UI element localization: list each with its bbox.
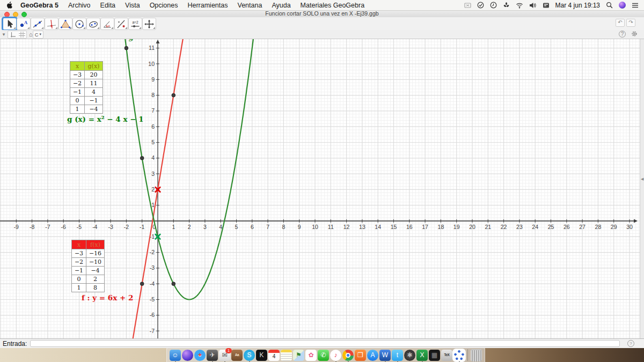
tool-reflect[interactable]	[114, 18, 128, 30]
algebra-input-field[interactable]	[30, 340, 620, 347]
tool-line[interactable]	[31, 18, 45, 30]
dock-icon-texmaker[interactable]: TeX	[441, 350, 452, 361]
facetime-glyph: ✆	[320, 352, 326, 358]
tool-perpendicular-line[interactable]	[45, 18, 58, 30]
menu-item-archivo[interactable]: Archivo	[63, 0, 96, 10]
point-capturing-dropdown[interactable]: C ▾	[33, 31, 43, 38]
desktop-background: ☺✦✈✉1AaSK4⚑✿✆♪❐AWt✱X▦TeX	[0, 348, 644, 362]
g-value-table[interactable]: xg(x)−320−211−140−11−4	[70, 61, 103, 114]
svg-text:9: 9	[298, 224, 301, 230]
dock-icon-calendar[interactable]: 4	[268, 350, 280, 361]
wifi-icon[interactable]	[516, 2, 523, 9]
tool-slider[interactable]: a=2	[128, 18, 142, 30]
capture-label: C	[35, 32, 39, 38]
screen-mirroring-icon[interactable]	[464, 2, 471, 9]
menu-item-ventana[interactable]: Ventana	[232, 0, 267, 10]
dock-icon-black-device[interactable]: ▦	[429, 350, 440, 361]
tool-point[interactable]: A	[17, 18, 31, 30]
dock-icon-word[interactable]: W	[379, 350, 391, 361]
dock-icon-steering-wheel[interactable]: ✱	[404, 350, 415, 361]
menu-item-herramientas[interactable]: Herramientas	[182, 0, 232, 10]
graph-point[interactable]	[172, 282, 175, 286]
table-row: −2−10	[72, 258, 105, 267]
menu-item-geogebra-5[interactable]: GeoGebra 5	[16, 0, 63, 10]
svg-text:15: 15	[391, 224, 397, 230]
dock-icon-trash[interactable]	[471, 349, 482, 361]
dock-icon-books[interactable]: ❐	[355, 350, 366, 361]
undo-button[interactable]: ↶	[616, 19, 625, 27]
graph-point[interactable]	[140, 282, 144, 286]
svg-text:11: 11	[149, 45, 155, 51]
menu-item-materiales-geogebra[interactable]: Materiales GeoGebra	[296, 0, 370, 10]
dock-icon-mail[interactable]: ✉1	[219, 350, 230, 361]
menu-item-ayuda[interactable]: Ayuda	[267, 0, 295, 10]
home-icon[interactable]: ⌂	[29, 31, 33, 38]
help-icon[interactable]: ?	[619, 31, 626, 38]
tool-polygon[interactable]	[58, 18, 72, 30]
graph-point[interactable]	[125, 46, 128, 50]
menu-items: GeoGebra 5ArchivoEditaVistaOpcionesHerra…	[0, 0, 369, 10]
word-glyph: W	[382, 352, 388, 358]
dock-icon-twitter[interactable]: t	[392, 350, 403, 361]
menu-item-edita[interactable]: Edita	[96, 0, 121, 10]
table-row: −320	[70, 71, 103, 79]
graphics-view[interactable]: -9-8-7-6-5-4-3-2-11234567891011121314151…	[0, 39, 644, 338]
menu-item-vista[interactable]: Vista	[120, 0, 145, 10]
dock-icon-maps[interactable]: ⚑	[293, 350, 304, 361]
dock-icon-app-store[interactable]: A	[367, 350, 378, 361]
clock-icon[interactable]	[490, 2, 497, 9]
maps-glyph: ⚑	[296, 352, 302, 358]
dock-icon-facetime[interactable]: ✆	[318, 350, 329, 361]
dock-icon-launchpad-rocket[interactable]: ✈	[207, 350, 218, 361]
input-source-icon[interactable]	[543, 2, 550, 9]
dock-icon-notes[interactable]	[281, 350, 292, 361]
tool-angle[interactable]: α	[100, 18, 114, 30]
siri-icon[interactable]	[619, 2, 626, 9]
dock-icon-dictionary[interactable]: Aa	[231, 350, 243, 361]
axes-toggle-icon[interactable]	[8, 31, 17, 38]
redo-button[interactable]: ↷	[626, 19, 635, 27]
graph-point[interactable]	[172, 93, 175, 97]
f-value-table[interactable]: xf(x)−3−16−2−10−1−40218	[71, 240, 105, 292]
input-help-icon[interactable]: ?	[627, 340, 634, 347]
volume-icon[interactable]	[529, 2, 537, 9]
panel-expand-arrow-icon[interactable]: ◀	[641, 177, 643, 181]
dock-icon-excel[interactable]: X	[416, 350, 428, 361]
grid-toggle-icon[interactable]	[17, 31, 26, 38]
spotlight-icon[interactable]	[606, 2, 613, 9]
dock-icon-skype[interactable]: S	[244, 350, 255, 361]
dock-icon-geogebra[interactable]	[453, 350, 465, 361]
dock: ☺✦✈✉1AaSK4⚑✿✆♪❐AWt✱X▦TeX	[166, 348, 485, 362]
tool-move-graphics-view[interactable]	[142, 18, 156, 30]
settings-gear-icon[interactable]	[631, 31, 638, 38]
table-cell: −2	[72, 258, 86, 267]
tool-move[interactable]	[3, 18, 17, 30]
table-header-cell: g(x)	[85, 62, 103, 71]
svg-text:11: 11	[328, 224, 334, 230]
dock-icon-siri[interactable]	[182, 350, 193, 361]
collapsed-panel-strip[interactable]: ◀	[640, 39, 644, 338]
dock-icon-safari[interactable]: ✦	[194, 350, 206, 361]
g-formula-text[interactable]: g (x) = x² − 4 x − 1	[67, 115, 144, 123]
tool-conic[interactable]	[86, 18, 100, 30]
menu-clock[interactable]: Mar 4 jun 19:13	[555, 2, 600, 9]
notification-center-icon[interactable]	[632, 2, 639, 9]
tool-circle-center-point[interactable]	[72, 18, 86, 30]
app-store-glyph: A	[370, 352, 375, 358]
stylebar-dropdown-icon[interactable]: ▾	[0, 32, 8, 37]
notes-lines	[281, 352, 292, 361]
dock-icon-finder[interactable]: ☺	[170, 350, 181, 361]
check-circle-icon[interactable]	[477, 2, 484, 9]
graph-point[interactable]	[140, 156, 144, 160]
fan-icon[interactable]	[503, 2, 510, 9]
dock-icon-photos[interactable]: ✿	[305, 350, 317, 361]
dock-separator	[467, 349, 468, 361]
f-formula-text[interactable]: f : y = 6x + 2	[82, 293, 133, 302]
apple-icon[interactable]	[0, 2, 16, 9]
svg-text:α: α	[108, 23, 110, 27]
dock-icon-itunes-music[interactable]: ♪	[330, 350, 341, 361]
svg-text:3: 3	[151, 171, 155, 177]
dock-icon-chrome[interactable]	[342, 350, 354, 361]
menu-item-opciones[interactable]: Opciones	[145, 0, 183, 10]
dock-icon-kindle[interactable]: K	[256, 350, 267, 361]
